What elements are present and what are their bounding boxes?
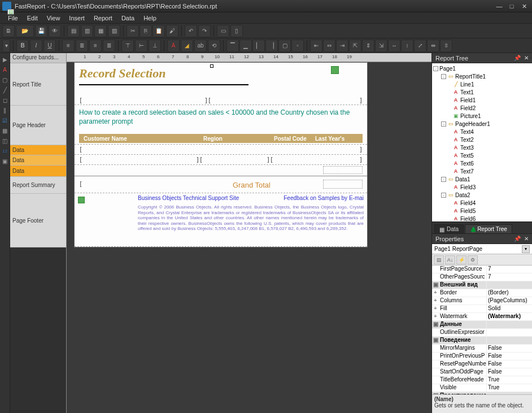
property-value[interactable]: False xyxy=(486,345,532,352)
sum-field-box[interactable] xyxy=(323,166,363,174)
footer-picture-icon[interactable] xyxy=(78,197,85,203)
expand-icon[interactable]: + xyxy=(432,289,439,297)
border-all-button[interactable]: ▢ xyxy=(278,40,291,52)
property-row[interactable]: +Border(Border) xyxy=(432,289,532,297)
page-add-button[interactable]: ▥ xyxy=(81,25,93,37)
tree-text6[interactable]: Text6 xyxy=(460,160,474,167)
property-value[interactable]: (Watermark) xyxy=(486,313,532,320)
tree-picture1[interactable]: Picture1 xyxy=(460,113,481,119)
band-data-2[interactable]: Data xyxy=(10,155,66,166)
property-object-selector[interactable]: Page1 ReportPage ▾ xyxy=(432,244,532,254)
property-row[interactable]: TitleBeforeHeadeTrue xyxy=(432,376,532,384)
support-link[interactable]: Business Objects Technical Support Site xyxy=(138,195,239,201)
property-value[interactable]: (Border) xyxy=(486,289,532,297)
expand-icon[interactable]: - xyxy=(433,66,438,71)
align-c-button[interactable]: ⇔ xyxy=(323,40,335,52)
property-row[interactable]: OutlineExpressior xyxy=(432,329,532,337)
tree-page1[interactable]: Page1 xyxy=(439,66,456,72)
close-panel-icon[interactable]: ✕ xyxy=(524,236,529,242)
tree-line1[interactable]: Line1 xyxy=(460,81,474,88)
property-grid[interactable]: FirstPageSource7OtherPagesSourc7▣Внешний… xyxy=(432,266,532,394)
band-page-header[interactable]: Page Header xyxy=(10,106,66,145)
property-row[interactable]: ▣Поведение xyxy=(432,337,532,345)
filter-button[interactable]: ⚙ xyxy=(468,255,478,264)
tree-pageheader1[interactable]: PageHeader1 xyxy=(455,121,490,127)
configure-bands-button[interactable]: Configure bands... xyxy=(10,53,66,63)
border-bottom-button[interactable]: ▁ xyxy=(239,40,252,52)
tree-field6[interactable]: Field6 xyxy=(460,216,476,222)
property-value[interactable]: (PageColumns) xyxy=(486,297,532,305)
align-left-button[interactable]: ≡ xyxy=(62,40,75,52)
feedback-link[interactable]: Feedback on Samples by E-mai xyxy=(284,195,364,201)
same-h-button[interactable]: ↕ xyxy=(401,40,413,52)
valign-bot-button[interactable]: ⊥ xyxy=(149,40,161,52)
border-top-button[interactable]: ▔ xyxy=(226,40,239,52)
dropdown-icon[interactable]: ▾ xyxy=(522,245,530,253)
expand-icon[interactable]: - xyxy=(441,193,446,198)
border-right-button[interactable]: ▕ xyxy=(265,40,278,52)
italic-button[interactable]: I xyxy=(30,40,42,52)
property-row[interactable]: VisibleTrue xyxy=(432,384,532,392)
column-header-row[interactable]: Customer Name Region Postal Code Last Ye… xyxy=(79,134,363,143)
expand-icon[interactable]: - xyxy=(441,74,446,79)
section-report-title[interactable]: Record Selection [ ][ ] xyxy=(75,63,367,105)
preview-button[interactable]: 👁 xyxy=(49,25,61,37)
expand-icon[interactable]: ▣ xyxy=(432,281,439,289)
expand-icon[interactable]: ▣ xyxy=(432,321,439,328)
redo-button[interactable]: ↷ xyxy=(198,25,211,37)
howto-text[interactable]: How to create a record selection based o… xyxy=(79,108,363,126)
expand-icon[interactable]: + xyxy=(432,297,439,305)
align-center-button[interactable]: ≣ xyxy=(76,40,88,52)
barcode-tool-icon[interactable]: ‖ xyxy=(1,106,9,114)
menu-help[interactable]: Help xyxy=(139,14,161,23)
close-panel-icon[interactable]: ✕ xyxy=(524,55,529,61)
expand-icon[interactable]: - xyxy=(441,121,446,127)
menu-view[interactable]: View xyxy=(42,14,65,23)
band-data-1[interactable]: Data xyxy=(10,145,66,155)
table-tool-icon[interactable]: ▦ xyxy=(1,127,9,134)
undo-button[interactable]: ↶ xyxy=(185,25,197,37)
expand-icon[interactable]: + xyxy=(432,313,439,320)
tree-text7[interactable]: Text7 xyxy=(460,168,474,175)
property-value[interactable]: False xyxy=(486,353,532,360)
space-h-button[interactable]: ⇹ xyxy=(427,40,439,52)
tree-field3[interactable]: Field3 xyxy=(460,184,476,190)
new-button[interactable]: 🗎 xyxy=(2,25,15,37)
property-row[interactable]: +Columns(PageColumns) xyxy=(432,297,532,305)
band-report-summary[interactable]: Report Summary xyxy=(10,177,66,194)
tree-field4[interactable]: Field4 xyxy=(460,200,476,206)
align-m-button[interactable]: ⇕ xyxy=(362,40,374,52)
menu-edit[interactable]: Edit xyxy=(23,14,42,23)
property-row[interactable]: PrintOnPreviousPFalse xyxy=(432,353,532,360)
pointer-tool-icon[interactable]: ▶ xyxy=(1,55,9,63)
tree-data2[interactable]: Data2 xyxy=(455,192,470,198)
property-row[interactable]: +Watermark(Watermark) xyxy=(432,313,532,321)
border-none-button[interactable]: ▫ xyxy=(291,40,304,52)
fillcolor-button[interactable]: ◢ xyxy=(181,40,193,52)
band-page-footer[interactable]: Page Footer xyxy=(10,194,66,247)
property-row[interactable]: FirstPageSource7 xyxy=(432,266,532,273)
paste-button[interactable]: 📋 xyxy=(152,25,165,37)
property-row[interactable]: StartOnOddPageFalse xyxy=(432,368,532,376)
subreport-tool-icon[interactable]: ▣ xyxy=(1,157,9,165)
align-r-button[interactable]: ⇥ xyxy=(336,40,348,52)
tree-data1[interactable]: Data1 xyxy=(455,176,470,182)
number-tool-icon[interactable]: 12 xyxy=(1,147,9,155)
minimize-button[interactable]: — xyxy=(494,2,505,10)
cut-button[interactable]: ✂ xyxy=(127,25,139,37)
group-button[interactable]: ▭ xyxy=(217,25,229,37)
property-value[interactable]: False xyxy=(486,360,532,368)
field-bracket[interactable]: [ xyxy=(79,97,82,103)
tree-field5[interactable]: Field5 xyxy=(460,208,476,214)
picture-tool-icon[interactable]: ▢ xyxy=(1,76,9,84)
expand-icon[interactable]: + xyxy=(432,305,439,312)
ungroup-button[interactable]: ▯ xyxy=(230,25,243,37)
expand-icon[interactable]: - xyxy=(441,177,446,182)
grand-total-label[interactable]: Grand Total xyxy=(233,181,271,189)
property-row[interactable]: ResetPageNumbeFalse xyxy=(432,360,532,368)
section-data-1[interactable]: [ ] xyxy=(75,145,367,155)
tree-text5[interactable]: Text5 xyxy=(460,153,474,159)
field-bracket[interactable]: ][ xyxy=(267,156,273,163)
page-button[interactable]: ▤ xyxy=(67,25,80,37)
section-data-2[interactable]: [ ][ ][ ] xyxy=(75,155,367,165)
